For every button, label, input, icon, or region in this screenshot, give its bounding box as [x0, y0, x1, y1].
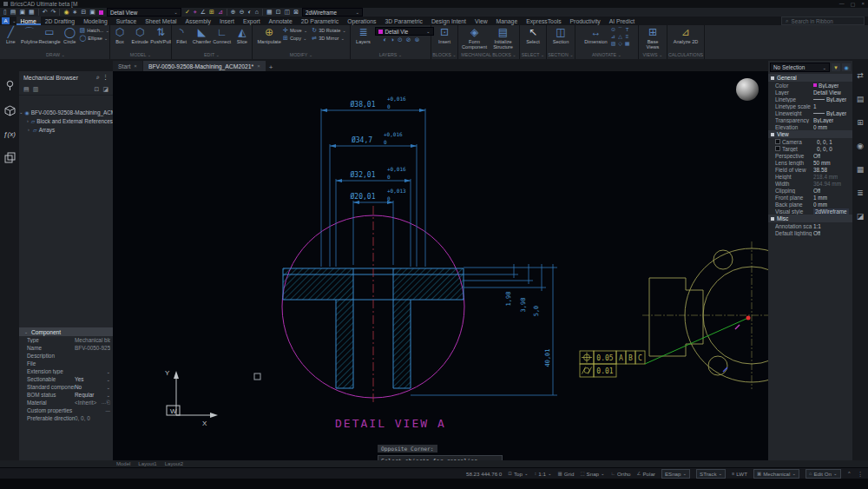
save-as-icon[interactable]: ▦ [29, 9, 35, 16]
home-view-icon[interactable]: ⌂ [255, 9, 259, 16]
prop-annotation-scale[interactable]: Annotation sca1:1 [768, 222, 852, 229]
slice-button[interactable]: ◭Slice [233, 26, 252, 44]
tree-item-root[interactable]: ⌄ ◉ BFV-0050-92508-Machining_ACM2021 [19, 108, 113, 116]
tab-sheet-metal[interactable]: Sheet Metal [141, 17, 181, 25]
tab-surface[interactable]: Surface [112, 17, 141, 25]
prop-lineweight[interactable]: LineweightByLayer [768, 109, 852, 116]
prop-default-lighting[interactable]: Default lightingOff [768, 229, 852, 236]
search-icon[interactable]: ⌕ [96, 74, 100, 81]
annotation-scale-toggle[interactable]: ↕1:1⌄ [535, 471, 552, 477]
gear-icon[interactable]: ∗ [73, 9, 78, 16]
leader-line[interactable] [645, 318, 748, 364]
layers-icon[interactable]: ≣ [857, 188, 864, 197]
3d-rotate-button[interactable]: ↻3D Rotate⌄ [312, 26, 346, 34]
section-view[interactable]: View [768, 130, 852, 138]
pin-icon[interactable] [4, 80, 16, 91]
save-icon[interactable]: ▣ [19, 9, 25, 16]
form-component-button[interactable]: ◈Form Component [461, 26, 489, 50]
tab-design-intent[interactable]: Design Intent [427, 17, 470, 25]
sheet-icon[interactable]: ▤ [857, 95, 865, 103]
prop-elevation[interactable]: Elevation0 mm [768, 123, 852, 130]
section-misc[interactable]: Misc [768, 215, 852, 222]
circle-button[interactable]: ◯Circle [61, 26, 79, 44]
tab-home[interactable]: Home [16, 17, 41, 25]
layer-states-icon[interactable]: ⊜ [415, 36, 420, 43]
layer-off-icon[interactable]: ◐ [383, 36, 386, 43]
layers-button[interactable]: ≣Layers [353, 26, 374, 44]
polar-toggle[interactable]: ∠Polar [637, 471, 655, 477]
tab-view[interactable]: View [470, 17, 492, 25]
redo-icon[interactable]: ↷ [51, 9, 56, 16]
dimension-button[interactable]: ↔Dimension [583, 26, 609, 44]
doc-tab-drawing[interactable]: BFV-0050-92508-Machining_ACM2021* × [143, 61, 266, 71]
swap-arrows-icon[interactable]: ⇄ [857, 71, 864, 80]
layer-lock-icon[interactable]: ⊙ [398, 36, 403, 43]
ortho-toggle[interactable]: ∟Ortho [611, 471, 631, 477]
component-row-bom-status[interactable]: BOM statusRegular⌄ [19, 391, 113, 399]
section-button[interactable]: ◫Section [550, 26, 571, 44]
lwt-toggle[interactable]: ≡LWT [732, 471, 747, 477]
quick-select-icon[interactable]: ▼ [832, 63, 840, 71]
base-views-button[interactable]: ⊞Base Views [642, 26, 663, 50]
connect-button[interactable]: ∟Connect [213, 26, 232, 44]
insert-button[interactable]: ⊡Insert [434, 26, 455, 44]
new-tab-button[interactable]: + [269, 63, 273, 71]
tab-insert[interactable]: Insert [215, 17, 239, 25]
tree-item-arrays[interactable]: › ▱ Arrays [19, 125, 113, 134]
parameters-fx-icon[interactable]: ƒ(x) [3, 130, 16, 138]
3d-mirror-button[interactable]: ⇌3D Mirror⌄ [312, 34, 346, 42]
edit-mode-toggle[interactable]: ⌂Edit On⌄ [806, 469, 841, 479]
selection-dropdown[interactable]: No Selection ⌄ [770, 63, 830, 72]
close-button[interactable]: × [861, 1, 865, 7]
component-row-standard-component[interactable]: Standard componentNo⌄ [19, 383, 113, 391]
current-color-swatch[interactable] [99, 10, 103, 15]
snap-toggle[interactable]: ⬚Snap⌄ [580, 471, 604, 477]
expand-box-icon[interactable] [775, 146, 780, 151]
add-view-icon[interactable]: ⊕ [231, 9, 236, 16]
layer-freeze-icon[interactable]: ◑ [391, 36, 394, 43]
dynamic-input-icon[interactable]: ⊿ [218, 9, 223, 16]
chamfer-button[interactable]: ◣Chamfer [192, 26, 211, 44]
filter-icon[interactable]: ▥ [33, 86, 39, 93]
tab-export[interactable]: Export [239, 17, 265, 25]
component-section-header[interactable]: ⌄ Component [19, 327, 113, 336]
cube-icon[interactable] [4, 105, 16, 116]
datum-point[interactable] [746, 316, 751, 320]
ellipse-button[interactable]: ◯Ellipse⌄ [80, 34, 110, 42]
remove-view-icon[interactable]: ⊖ [240, 9, 245, 16]
drawing-canvas[interactable]: Ø38,01 +0,016 0 Ø34,7 +0,016 0 Ø32,01 +0… [113, 71, 768, 460]
components-grid-icon[interactable]: ⊞ [857, 118, 864, 127]
contrast-icon[interactable]: ◪ [102, 86, 108, 93]
group-by-icon[interactable]: ▤ [23, 86, 30, 93]
gdt-frame[interactable]: 0.05 A B C 0.01 [580, 351, 645, 377]
layer-dropdown[interactable]: Detail Vie ⌄ [375, 27, 434, 36]
prop-transparency[interactable]: TransparencyByLayer [768, 116, 852, 123]
copy-button[interactable]: ⊞Copy⌄ [283, 34, 307, 42]
fillet-button[interactable]: ◝Fillet [172, 26, 191, 44]
strack-toggle[interactable]: STrack⌄ [696, 469, 726, 479]
dimension-text[interactable]: Ø38,01 +0,016 0 Ø34,7 +0,016 0 Ø32,01 +0… [351, 96, 407, 202]
prop-field-of-view[interactable]: Field of view38.58 [768, 166, 852, 173]
application-menu-button[interactable]: A [2, 17, 10, 24]
line-button[interactable]: ╱Line [2, 26, 20, 44]
new-file-icon[interactable]: ▯ [3, 9, 7, 16]
render-icon[interactable]: ◪ [857, 212, 865, 221]
layout-tab-layout2[interactable]: Layout2 [165, 461, 183, 466]
status-menu-icon[interactable]: ⋮ [858, 471, 863, 477]
status-expand-icon[interactable]: ⌃ [847, 471, 852, 477]
hatch-button[interactable]: ▨Hatch...⌄ [80, 26, 110, 34]
flange-view[interactable] [642, 241, 768, 389]
manipulate-button[interactable]: ⊕Manipulate [256, 26, 282, 44]
component-row-sectionable[interactable]: SectionableYes⌄ [19, 375, 113, 383]
tips-bulb-icon[interactable]: ◉ [857, 142, 864, 150]
extrude-button[interactable]: ⬡Extrude [130, 26, 149, 44]
table-icon[interactable]: ▦ [857, 165, 865, 174]
prop-color[interactable]: ColorByLayer [768, 82, 852, 89]
analyze-2d-button[interactable]: ⊿Analyze 2D [671, 26, 700, 44]
view-name-dropdown[interactable]: Detail View ⌄ [107, 8, 181, 17]
prop-lens-length[interactable]: Lens length50 mm [768, 159, 852, 166]
linear-dimension-text[interactable]: 1,98 3,98 5,0 40,01 [505, 292, 551, 367]
ribbon-search-input[interactable]: ⌕ Search in Ribbon [781, 17, 865, 25]
layout-tab-model[interactable]: Model [116, 461, 130, 466]
prop-linetype-scale[interactable]: Linetype scale1 [768, 102, 852, 109]
